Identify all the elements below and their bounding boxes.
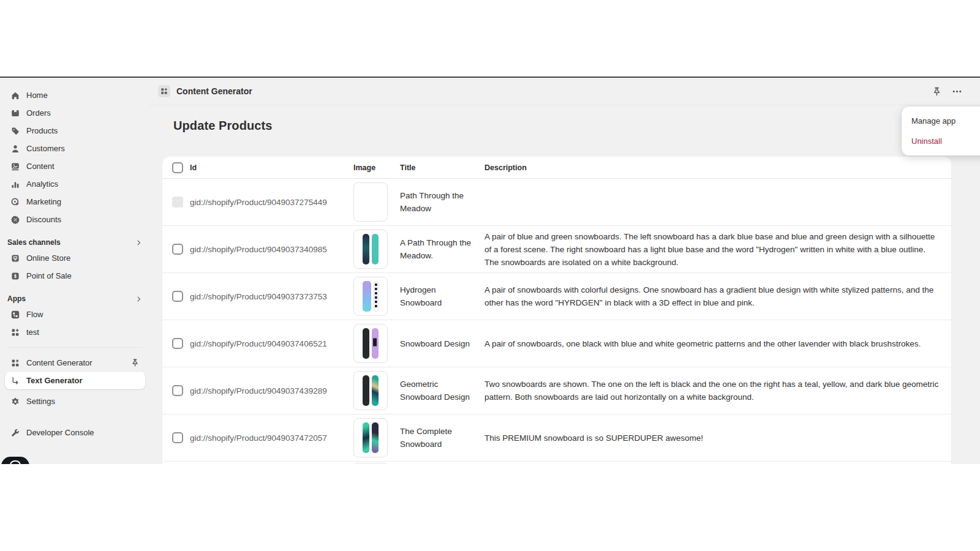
sidebar-item[interactable]: Customers xyxy=(5,140,145,157)
row-checkbox[interactable] xyxy=(172,291,183,302)
pin-icon[interactable] xyxy=(130,358,140,367)
sidebar-sales-channels-nav: Online Store Point of Sale xyxy=(0,249,150,285)
table-row[interactable]: gid://shopify/Product/9049037406521 Snow… xyxy=(162,320,951,367)
sidebar-item[interactable]: Marketing xyxy=(5,193,145,211)
menu-item-label: Manage app xyxy=(911,116,956,126)
product-title: A Path Through the Meadow. xyxy=(400,236,484,262)
sidebar-item-icon xyxy=(10,91,20,100)
row-checkbox[interactable] xyxy=(172,432,183,443)
sidebar-item-settings[interactable]: Settings xyxy=(5,392,145,410)
product-image xyxy=(353,463,389,464)
sidebar-item[interactable]: test xyxy=(5,323,145,341)
column-header-description: Description xyxy=(484,163,941,172)
sidebar-item-icon xyxy=(10,126,20,136)
product-description: Two snowboards are shown. The one on the… xyxy=(484,378,941,403)
app-grid-icon xyxy=(158,85,170,97)
sidebar-item[interactable]: Analytics xyxy=(5,175,145,193)
page-content: Update Products Id Image Title Descripti… xyxy=(150,105,980,464)
sidebar-item[interactable]: Discounts xyxy=(5,211,145,228)
sidebar-item-icon xyxy=(10,253,20,263)
sidebar-item[interactable]: Flow xyxy=(5,305,145,323)
product-image xyxy=(353,230,388,269)
select-all-checkbox[interactable] xyxy=(172,162,183,173)
products-table: Id Image Title Description gid://shopify… xyxy=(162,157,951,464)
pin-app-button[interactable] xyxy=(932,86,942,97)
sidebar-item[interactable]: Online Store xyxy=(5,249,145,267)
sidebar-item-icon xyxy=(10,310,20,320)
product-id: gid://shopify/Product/9049037373753 xyxy=(190,292,353,301)
sidebar-item[interactable]: Home xyxy=(5,86,145,104)
sidebar-section-apps[interactable]: Apps xyxy=(7,294,143,303)
product-description: This PREMIUM snowboard is so SUPERDUPER … xyxy=(484,432,941,444)
table-row-partial xyxy=(162,462,951,464)
table-row[interactable]: gid://shopify/Product/9049037472057 The … xyxy=(162,414,951,462)
column-header-image: Image xyxy=(353,163,400,172)
sidebar-item[interactable]: Orders xyxy=(5,104,145,122)
product-description: A pair of snowboards, one black with blu… xyxy=(484,337,941,350)
sidebar-item-developer-console[interactable]: Developer Console xyxy=(5,424,145,441)
menu-item[interactable]: Manage app xyxy=(902,111,980,131)
sidebar-main-nav: Home Orders Products Customers xyxy=(0,86,150,228)
sidebar-item-icon xyxy=(10,215,20,225)
sidebar-divider xyxy=(7,347,143,348)
product-id: gid://shopify/Product/9049037472057 xyxy=(190,433,353,443)
sidebar-apps-nav: Flow test xyxy=(0,305,150,341)
sidebar-item[interactable]: Content xyxy=(5,157,145,175)
sidebar-item-icon xyxy=(10,271,20,281)
section-label: Sales channels xyxy=(7,238,61,247)
table-header-row: Id Image Title Description xyxy=(162,157,951,179)
store-avatar[interactable] xyxy=(1,457,29,464)
table-row[interactable]: gid://shopify/Product/9049037439289 Geom… xyxy=(162,367,951,414)
row-checkbox[interactable] xyxy=(172,385,183,396)
sidebar-item-icon xyxy=(10,179,20,189)
row-checkbox[interactable] xyxy=(172,338,183,349)
sidebar-item-label: Settings xyxy=(26,397,55,406)
product-image xyxy=(353,371,388,410)
sidebar-item-label: Developer Console xyxy=(26,428,94,437)
sidebar-item[interactable]: Products xyxy=(5,122,145,140)
product-description: A pair of snowboards with colorful desig… xyxy=(484,283,941,309)
product-image xyxy=(353,277,388,316)
product-image xyxy=(353,418,388,457)
row-checkbox[interactable] xyxy=(172,244,183,255)
chevron-right-icon xyxy=(135,239,143,247)
page-title: Update Products xyxy=(173,119,980,133)
product-title: Geometric Snowboard Design xyxy=(400,378,484,403)
section-label: Apps xyxy=(7,294,26,303)
overflow-menu-button[interactable] xyxy=(952,86,962,97)
sidebar-item-icon xyxy=(10,162,20,171)
sidebar-item[interactable]: Point of Sale xyxy=(5,267,145,285)
sidebar-section-sales-channels[interactable]: Sales channels xyxy=(7,238,143,247)
row-checkbox[interactable] xyxy=(172,197,183,208)
menu-item[interactable]: Uninstall xyxy=(902,131,980,151)
sidebar-item-label: Products xyxy=(26,126,58,135)
sidebar-item-icon xyxy=(10,328,20,337)
sidebar-item-label: Marketing xyxy=(26,197,61,206)
sidebar-item-label: Point of Sale xyxy=(26,271,72,280)
app-topbar: Content Generator xyxy=(150,78,980,105)
sidebar-item-label: Customers xyxy=(26,144,65,153)
product-id: gid://shopify/Product/9049037340985 xyxy=(190,245,353,254)
table-row[interactable]: gid://shopify/Product/9049037373753 Hydr… xyxy=(162,273,951,320)
product-title: The Complete Snowboard xyxy=(400,425,484,451)
product-id: gid://shopify/Product/9049037406521 xyxy=(190,339,353,348)
main-panel: Content Generator Update Products Id Ima… xyxy=(150,78,980,464)
table-row[interactable]: gid://shopify/Product/9049037275449 Path… xyxy=(162,179,951,226)
table-row[interactable]: gid://shopify/Product/9049037340985 A Pa… xyxy=(162,226,951,273)
product-image xyxy=(353,324,388,363)
product-id: gid://shopify/Product/9049037439289 xyxy=(190,386,353,395)
table-body: gid://shopify/Product/9049037275449 Path… xyxy=(162,179,951,462)
sidebar-item-label: Analytics xyxy=(26,179,58,189)
product-title: Path Through the Meadow xyxy=(400,189,484,215)
sidebar-item-label: Orders xyxy=(26,108,51,118)
menu-item-label: Uninstall xyxy=(911,137,942,146)
app-window: Home Orders Products Customers xyxy=(0,77,980,464)
sidebar-item-label: Content Generator xyxy=(26,358,92,367)
product-title: Hydrogen Snowboard xyxy=(400,283,484,309)
sidebar-item-icon xyxy=(10,197,20,207)
sidebar-item-text-generator[interactable]: Text Generator xyxy=(5,372,145,389)
sub-arrow-icon xyxy=(10,376,20,386)
sidebar-item-icon xyxy=(10,144,20,154)
wrench-icon xyxy=(10,428,20,438)
sidebar-item-content-generator[interactable]: Content Generator xyxy=(5,354,145,372)
